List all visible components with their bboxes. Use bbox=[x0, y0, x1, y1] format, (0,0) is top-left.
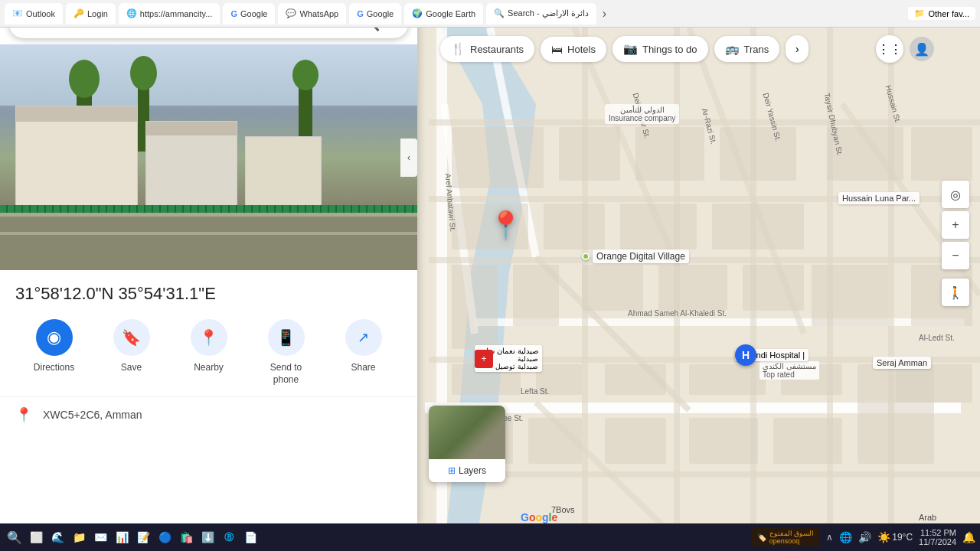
nearby-button[interactable]: 📍 Nearby bbox=[178, 319, 240, 374]
hotels-label: Hotels bbox=[567, 44, 596, 55]
ammancity-favicon: 🌐 bbox=[126, 8, 137, 18]
taskbar-mail[interactable]: ✉️ bbox=[90, 527, 110, 547]
apps-grid-button[interactable]: ⋮⋮ bbox=[876, 35, 903, 63]
grid-icon: ⋮⋮ bbox=[877, 42, 902, 57]
nearby-label: Nearby bbox=[194, 362, 224, 374]
chrome-icon: 🔵 bbox=[158, 531, 172, 543]
poi-alkindi-area[interactable]: H Al Kindi Hospital | مستشفى الكنديTop r… bbox=[735, 349, 819, 380]
clock-widget[interactable]: 11:52 PM 11/7/2024 bbox=[919, 528, 956, 546]
taskbar-explorer[interactable]: 📁 bbox=[69, 527, 89, 547]
login-favicon: 🔑 bbox=[74, 8, 84, 18]
download-icon: ⬇️ bbox=[201, 531, 214, 543]
directions-icon: ◉ bbox=[47, 328, 61, 347]
plus-icon: + bbox=[952, 218, 959, 232]
sv-tree-crown1 bbox=[69, 60, 100, 98]
tab-google-earth[interactable]: 🌍 Google Earth bbox=[404, 3, 483, 24]
tab-google[interactable]: G Google bbox=[223, 3, 275, 24]
zoom-in-button[interactable]: + bbox=[942, 211, 969, 239]
road-label-ahmad: Ahmad Sameh Al-Khaledi St. bbox=[628, 309, 727, 318]
transit-label: Trans bbox=[744, 44, 769, 55]
things-to-do-button[interactable]: 📷 Things to do bbox=[612, 36, 708, 62]
send-to-phone-button[interactable]: 📱 Send tophone bbox=[256, 319, 317, 386]
directions-button[interactable]: ◉ Directions bbox=[24, 319, 85, 374]
layers-label-container: ⊞ Layers bbox=[429, 459, 505, 482]
taskbar-chrome[interactable]: 🔵 bbox=[155, 527, 175, 547]
tab-login[interactable]: 🔑 Login bbox=[66, 3, 116, 24]
other-favorites[interactable]: 📁 Other fav... bbox=[908, 7, 975, 20]
street-view-image[interactable]: ‹ bbox=[0, 44, 417, 270]
user-avatar[interactable]: 👤 bbox=[910, 37, 934, 61]
restaurants-button[interactable]: 🍴 Restaurants bbox=[440, 36, 534, 62]
svg-rect-49 bbox=[896, 364, 972, 403]
hotels-button[interactable]: 🛏 Hotels bbox=[541, 37, 606, 62]
weather-icon: ☀️ bbox=[877, 531, 890, 543]
taskbar-edge[interactable]: 🌊 bbox=[47, 527, 67, 547]
sv-building-3 bbox=[245, 136, 322, 213]
poi-pharmacy-area[interactable]: + صيدلية نعمان سليم صيدليةصيدلية توصيل bbox=[475, 345, 542, 372]
share-button[interactable]: ↗ Share bbox=[333, 319, 394, 374]
arabic-app-badge[interactable]: 🏷️ السوق المفتوحopensooq bbox=[751, 528, 821, 546]
tab-google2[interactable]: G Google bbox=[349, 3, 401, 24]
map-pin[interactable]: 📍 bbox=[488, 210, 523, 242]
address-section: 📍 XWC5+2C6, Amman bbox=[0, 396, 417, 432]
transit-button[interactable]: 🚌 Trans bbox=[714, 36, 780, 62]
sv-building2-roof bbox=[146, 122, 237, 135]
taskbar-excel[interactable]: 📊 bbox=[112, 527, 132, 547]
tab-ammancity[interactable]: 🌐 https://ammancity... bbox=[119, 3, 220, 24]
taskbar-store[interactable]: 🛍️ bbox=[176, 527, 196, 547]
poi-seraj[interactable]: Seraj Amman bbox=[873, 357, 931, 369]
tab-whatsapp[interactable]: 💬 WhatsApp bbox=[278, 3, 346, 24]
tab-lands-label: Search - دائرة الاراضي bbox=[508, 8, 589, 18]
taskbar-download[interactable]: ⬇️ bbox=[198, 527, 217, 547]
arabic-badge-icon: 🏷️ bbox=[757, 533, 766, 542]
svg-rect-29 bbox=[452, 265, 498, 349]
road-label-lefta: Lefta St. bbox=[521, 387, 549, 396]
taskbar-word[interactable]: 📝 bbox=[133, 527, 153, 547]
tab-google2-label: Google bbox=[367, 9, 394, 18]
temperature-label: 19°C bbox=[892, 532, 913, 543]
taskbar-search-button[interactable]: 🔍 bbox=[5, 527, 24, 547]
tab-earth-label: Google Earth bbox=[426, 9, 475, 18]
collapse-panel-button[interactable]: ‹ bbox=[400, 139, 417, 177]
address-text: XWC5+2C6, Amman bbox=[43, 409, 142, 421]
toolbar-more-button[interactable]: › bbox=[786, 35, 808, 63]
google-logo-e2: e bbox=[551, 511, 557, 523]
chevron-right-icon: › bbox=[795, 43, 799, 55]
pegman-button[interactable]: 🚶 bbox=[942, 279, 969, 306]
tray-up-arrow[interactable]: ∧ bbox=[826, 532, 833, 543]
share-icon-circle: ↗ bbox=[345, 319, 382, 356]
nearby-icon: 📍 bbox=[199, 328, 218, 347]
road-label-al-ledt: Al-Ledt St. bbox=[919, 334, 955, 342]
tab-outlook-label: Outlook bbox=[26, 9, 55, 18]
folder-icon: 📁 bbox=[914, 8, 925, 18]
earth-favicon: 🌍 bbox=[412, 8, 423, 18]
save-icon: 🔖 bbox=[122, 328, 141, 347]
nearby-icon-circle: 📍 bbox=[191, 319, 227, 356]
poi-hussain-luna[interactable]: Hussain Luna Par... bbox=[838, 192, 920, 204]
zoom-out-button[interactable]: − bbox=[942, 242, 969, 269]
save-button[interactable]: 🔖 Save bbox=[101, 319, 162, 374]
svg-rect-24 bbox=[720, 127, 796, 181]
date-display: 11/7/2024 bbox=[919, 537, 956, 546]
share-icon: ↗ bbox=[358, 329, 369, 346]
poi-label-alkindi-sub: مستشفى الكنديTop rated bbox=[760, 361, 819, 380]
layers-icon: ⊞ bbox=[448, 465, 456, 476]
edge-icon: 🌊 bbox=[51, 531, 64, 543]
pegman-icon: 🚶 bbox=[948, 285, 963, 300]
taskbar-task-view[interactable]: ⬜ bbox=[26, 527, 46, 547]
tabs-chevron[interactable]: › bbox=[603, 7, 606, 21]
taskbar-notepad[interactable]: 📄 bbox=[240, 527, 260, 547]
weather-widget[interactable]: ☀️ 19°C bbox=[877, 531, 913, 543]
notification-icon[interactable]: 🔔 bbox=[962, 531, 975, 543]
taskbar-bing[interactable]: Ⓑ bbox=[219, 527, 239, 547]
browser-tab-bar: 📧 Outlook 🔑 Login 🌐 https://ammancity...… bbox=[0, 0, 980, 28]
directions-label: Directions bbox=[34, 362, 74, 374]
google-logo-l: g bbox=[542, 511, 549, 523]
location-icon: ◎ bbox=[950, 187, 961, 202]
poi-orange-digital[interactable]: Orange Digital Village bbox=[582, 249, 689, 263]
tab-outlook[interactable]: 📧 Outlook bbox=[5, 3, 63, 24]
layers-button[interactable]: ⊞ Layers bbox=[429, 406, 505, 482]
my-location-button[interactable]: ◎ bbox=[942, 181, 969, 208]
tab-search-lands[interactable]: 🔍 Search - دائرة الاراضي bbox=[486, 3, 596, 24]
svg-rect-36 bbox=[605, 364, 666, 395]
